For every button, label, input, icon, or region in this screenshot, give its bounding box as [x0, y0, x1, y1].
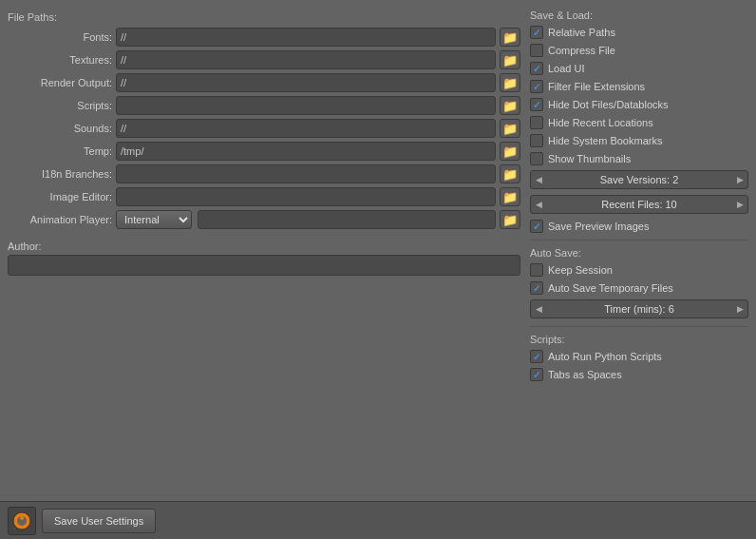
textures-row: Textures: 📁 — [8, 50, 520, 69]
relative-paths-label: Relative Paths — [548, 27, 615, 38]
save-versions-text: Save Versions: 2 — [546, 174, 732, 185]
i18n-folder-btn[interactable]: 📁 — [500, 164, 520, 183]
keep-session-label: Keep Session — [548, 264, 613, 276]
hide-dot-files-checkbox[interactable] — [530, 98, 543, 111]
timer-stepper[interactable]: ◀ Timer (mins): 6 ▶ — [530, 299, 748, 318]
animation-player-folder-btn[interactable]: 📁 — [500, 210, 520, 229]
scripts-folder-btn[interactable]: 📁 — [500, 96, 520, 115]
fonts-folder-btn[interactable]: 📁 — [500, 28, 520, 47]
recent-files-left-arrow[interactable]: ◀ — [531, 196, 546, 213]
auto-save-temp-checkbox[interactable] — [530, 281, 543, 295]
auto-save-label: Auto Save: — [530, 247, 748, 259]
tabs-as-spaces-label: Tabs as Spaces — [548, 369, 622, 380]
filter-file-extensions-row: Filter File Extensions — [530, 80, 748, 93]
relative-paths-row: Relative Paths — [530, 26, 748, 39]
tabs-as-spaces-checkbox[interactable] — [530, 368, 543, 381]
filter-file-extensions-checkbox[interactable] — [530, 80, 543, 93]
textures-input[interactable] — [116, 50, 496, 69]
compress-file-label: Compress File — [548, 45, 615, 56]
image-editor-folder-btn[interactable]: 📁 — [500, 187, 520, 206]
render-output-label: Render Output: — [8, 77, 112, 88]
bottom-bar: Save User Settings — [0, 501, 756, 539]
auto-run-python-row: Auto Run Python Scripts — [530, 350, 748, 363]
right-panel: Save & Load: Relative Paths Compress Fil… — [530, 8, 748, 493]
tabs-as-spaces-row: Tabs as Spaces — [530, 368, 748, 381]
timer-left-arrow[interactable]: ◀ — [531, 300, 546, 318]
hide-recent-locations-label: Hide Recent Locations — [548, 117, 653, 128]
fonts-input[interactable] — [116, 28, 496, 47]
save-preview-images-checkbox[interactable] — [530, 220, 543, 233]
auto-run-python-label: Auto Run Python Scripts — [548, 351, 662, 362]
left-panel: File Paths: Fonts: 📁 Textures: 📁 Render … — [8, 8, 520, 493]
hide-system-bookmarks-row: Hide System Bookmarks — [530, 134, 748, 147]
recent-files-text: Recent Files: 10 — [546, 199, 732, 210]
fonts-label: Fonts: — [8, 31, 112, 43]
temp-label: Temp: — [8, 145, 112, 157]
animation-player-input[interactable] — [198, 210, 496, 229]
image-editor-label: Image Editor: — [8, 191, 112, 202]
hide-dot-files-label: Hide Dot Files/Datablocks — [548, 99, 669, 110]
save-versions-left-arrow[interactable]: ◀ — [531, 171, 546, 188]
show-thumbnails-row: Show Thumbnails — [530, 152, 748, 165]
i18n-input[interactable] — [116, 164, 496, 183]
author-input[interactable] — [8, 255, 520, 276]
save-preview-images-label: Save Preview Images — [548, 221, 649, 232]
sounds-input[interactable] — [116, 119, 496, 138]
hide-system-bookmarks-checkbox[interactable] — [530, 134, 543, 147]
i18n-row: I18n Branches: 📁 — [8, 164, 520, 183]
image-editor-row: Image Editor: 📁 — [8, 187, 520, 206]
show-thumbnails-checkbox[interactable] — [530, 152, 543, 165]
relative-paths-checkbox[interactable] — [530, 26, 543, 39]
auto-save-temp-row: Auto Save Temporary Files — [530, 281, 748, 295]
temp-input[interactable] — [116, 142, 496, 161]
i18n-label: I18n Branches: — [8, 168, 112, 180]
hide-recent-locations-row: Hide Recent Locations — [530, 116, 748, 129]
save-user-settings-button[interactable]: Save User Settings — [42, 509, 156, 533]
hide-recent-locations-checkbox[interactable] — [530, 116, 543, 129]
load-ui-row: Load UI — [530, 62, 748, 75]
sounds-label: Sounds: — [8, 123, 112, 134]
textures-folder-btn[interactable]: 📁 — [500, 50, 520, 69]
keep-session-checkbox[interactable] — [530, 263, 543, 277]
scripts-section-label: Scripts: — [530, 334, 748, 345]
recent-files-stepper[interactable]: ◀ Recent Files: 10 ▶ — [530, 195, 748, 214]
fonts-row: Fonts: 📁 — [8, 28, 520, 47]
sounds-folder-btn[interactable]: 📁 — [500, 119, 520, 138]
animation-player-row: Animation Player: Internal External 📁 — [8, 210, 520, 229]
timer-right-arrow[interactable]: ▶ — [732, 300, 747, 318]
compress-file-checkbox[interactable] — [530, 44, 543, 57]
animation-player-label: Animation Player: — [8, 214, 112, 225]
render-output-row: Render Output: 📁 — [8, 73, 520, 92]
load-ui-label: Load UI — [548, 63, 585, 74]
keep-session-row: Keep Session — [530, 263, 748, 277]
animation-player-select[interactable]: Internal External — [116, 210, 192, 229]
save-versions-stepper[interactable]: ◀ Save Versions: 2 ▶ — [530, 170, 748, 189]
hide-dot-files-row: Hide Dot Files/Datablocks — [530, 98, 748, 111]
filter-file-extensions-label: Filter File Extensions — [548, 81, 645, 92]
auto-run-python-checkbox[interactable] — [530, 350, 543, 363]
author-label: Author: — [8, 241, 520, 252]
load-ui-checkbox[interactable] — [530, 62, 543, 75]
svg-point-2 — [20, 516, 24, 520]
divider-2 — [530, 326, 748, 327]
image-editor-input[interactable] — [116, 187, 496, 206]
author-section: Author: — [8, 241, 520, 276]
save-versions-right-arrow[interactable]: ▶ — [732, 171, 747, 188]
scripts-row: Scripts: 📁 — [8, 96, 520, 115]
file-paths-label: File Paths: — [8, 11, 520, 23]
render-output-input[interactable] — [116, 73, 496, 92]
render-output-folder-btn[interactable]: 📁 — [500, 73, 520, 92]
compress-file-row: Compress File — [530, 44, 748, 57]
save-preview-images-row: Save Preview Images — [530, 220, 748, 233]
divider-1 — [530, 240, 748, 241]
temp-folder-btn[interactable]: 📁 — [500, 142, 520, 161]
scripts-input[interactable] — [116, 96, 496, 115]
scripts-label: Scripts: — [8, 100, 112, 111]
sounds-row: Sounds: 📁 — [8, 119, 520, 138]
show-thumbnails-label: Show Thumbnails — [548, 153, 631, 164]
textures-label: Textures: — [8, 54, 112, 66]
blender-icon[interactable] — [8, 507, 36, 535]
temp-row: Temp: 📁 — [8, 142, 520, 161]
timer-text: Timer (mins): 6 — [546, 303, 732, 315]
recent-files-right-arrow[interactable]: ▶ — [732, 196, 747, 213]
